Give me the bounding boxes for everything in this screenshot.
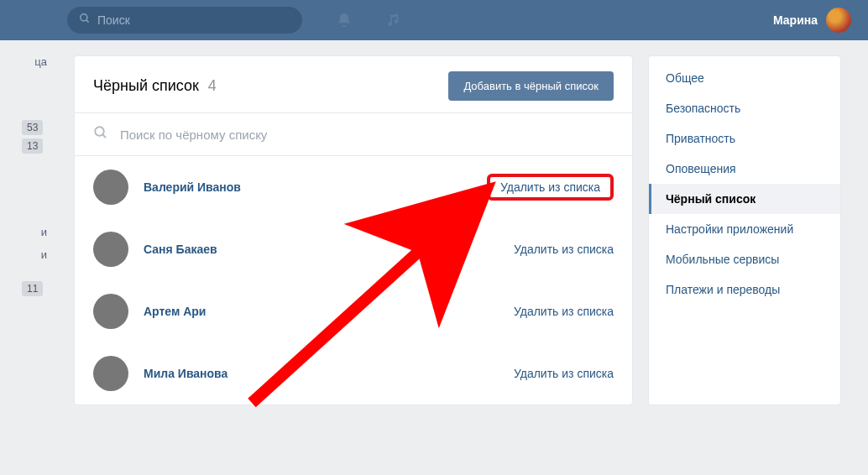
svg-line-1 — [86, 20, 89, 23]
user-link[interactable]: Артем Ари — [144, 305, 206, 318]
sidebar-item-privacy[interactable]: Приватность — [649, 123, 840, 154]
sidebar-item-general[interactable]: Общее — [649, 63, 840, 93]
nav-badge: 13 — [22, 138, 43, 154]
topbar: Марина — [0, 0, 868, 40]
nav-badge: 53 — [22, 120, 43, 135]
svg-point-0 — [81, 14, 87, 21]
left-nav-partial: ца 53 13 и и 11 — [0, 50, 50, 296]
nav-fragment[interactable]: ца — [0, 50, 50, 73]
global-search[interactable] — [67, 7, 302, 34]
settings-sidebar: Общее Безопасность Приватность Оповещени… — [648, 55, 841, 405]
avatar — [826, 8, 851, 33]
count-label: 4 — [208, 77, 217, 94]
list-item: Артем Ари Удалить из списка — [75, 280, 632, 342]
add-to-blacklist-button[interactable]: Добавить в чёрный список — [448, 71, 614, 101]
user-menu[interactable]: Марина — [773, 8, 851, 33]
notifications-icon[interactable] — [336, 12, 353, 29]
page-title: Чёрный список 4 — [93, 77, 217, 95]
search-icon — [93, 125, 108, 144]
list-item: Валерий Иванов Удалить из списка — [75, 156, 632, 218]
sidebar-item-blacklist[interactable]: Чёрный список — [649, 184, 840, 214]
sidebar-item-apps[interactable]: Настройки приложений — [649, 214, 840, 244]
sidebar-item-mobile[interactable]: Мобильные сервисы — [649, 244, 840, 274]
nav-fragment[interactable]: и — [0, 243, 50, 266]
nav-fragment[interactable]: и — [0, 221, 50, 243]
sidebar-item-notifications[interactable]: Оповещения — [649, 154, 840, 184]
username-label: Марина — [773, 13, 818, 27]
svg-line-3 — [102, 134, 106, 138]
remove-from-list-link[interactable]: Удалить из списка — [514, 305, 614, 318]
user-link[interactable]: Саня Бакаев — [144, 243, 217, 256]
avatar[interactable] — [93, 232, 128, 267]
remove-from-list-link[interactable]: Удалить из списка — [487, 174, 614, 201]
music-icon[interactable] — [386, 13, 401, 28]
nav-badge: 11 — [22, 281, 43, 296]
search-icon — [79, 13, 91, 28]
sidebar-item-payments[interactable]: Платежи и переводы — [649, 274, 840, 305]
avatar[interactable] — [93, 170, 128, 205]
svg-point-2 — [95, 127, 104, 136]
user-link[interactable]: Мила Иванова — [144, 367, 227, 380]
remove-from-list-link[interactable]: Удалить из списка — [514, 367, 614, 380]
avatar[interactable] — [93, 294, 128, 329]
list-item: Мила Иванова Удалить из списка — [75, 342, 632, 405]
blacklist-panel: Чёрный список 4 Добавить в чёрный список… — [74, 55, 633, 405]
list-item: Саня Бакаев Удалить из списка — [75, 218, 632, 280]
blacklist-search-input[interactable] — [120, 128, 614, 142]
sidebar-item-security[interactable]: Безопасность — [649, 93, 840, 123]
global-search-input[interactable] — [97, 13, 290, 27]
user-link[interactable]: Валерий Иванов — [144, 180, 241, 194]
blacklist-search[interactable] — [75, 113, 632, 156]
remove-from-list-link[interactable]: Удалить из списка — [514, 243, 614, 256]
avatar[interactable] — [93, 356, 128, 391]
